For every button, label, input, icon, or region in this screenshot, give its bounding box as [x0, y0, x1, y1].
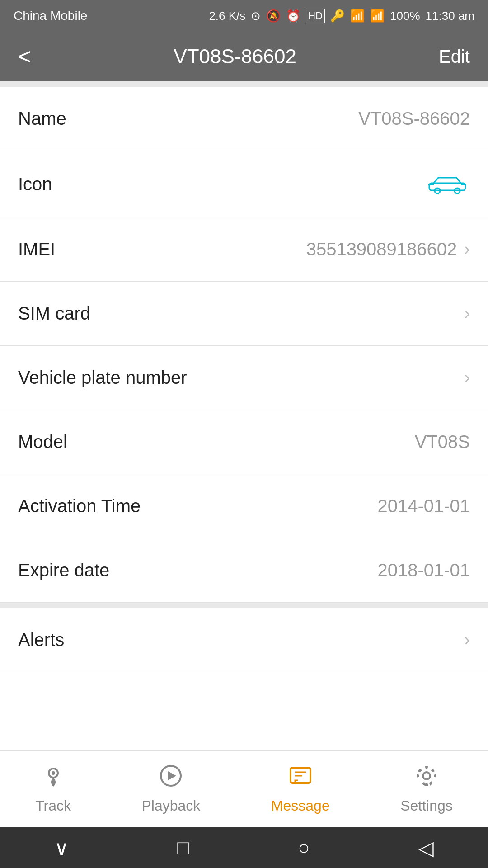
signal-icon: 📶	[370, 9, 385, 23]
message-label: Message	[271, 797, 330, 814]
tab-bar: Track Playback Message	[0, 750, 488, 827]
row-activation-time-label: Activation Time	[18, 496, 141, 516]
tab-track[interactable]: Track	[35, 764, 71, 814]
message-icon	[289, 764, 312, 793]
row-vehicle-plate[interactable]: Vehicle plate number ›	[0, 346, 488, 410]
carrier-text: China Mobile	[14, 9, 87, 23]
playback-label: Playback	[142, 797, 201, 814]
time-text: 11:30 am	[426, 9, 474, 23]
settings-label: Settings	[400, 797, 453, 814]
tab-playback[interactable]: Playback	[142, 764, 201, 814]
nav-square-icon[interactable]: □	[177, 836, 189, 859]
row-expire-date-label: Expire date	[18, 560, 109, 580]
nav-circle-icon[interactable]: ○	[298, 836, 310, 859]
row-imei[interactable]: IMEI 355139089186602 ›	[0, 217, 488, 282]
row-expire-date: Expire date 2018-01-01	[0, 538, 488, 603]
row-model-value: VT08S	[415, 432, 470, 452]
row-activation-time: Activation Time 2014-01-01	[0, 474, 488, 538]
status-icons: 2.6 K/s ⊙ 🔕 ⏰ HD 🔑 📶 📶 100% 11:30 am	[209, 9, 474, 23]
svg-point-6	[52, 771, 55, 775]
back-button[interactable]: <	[18, 43, 31, 70]
tab-settings[interactable]: Settings	[400, 764, 453, 814]
speed-indicator: 2.6 K/s	[209, 9, 245, 23]
battery-text: 100%	[390, 9, 420, 23]
imei-chevron-icon: ›	[464, 240, 470, 259]
row-imei-value: 355139089186602 ›	[306, 239, 470, 259]
page-title: VT08S-86602	[174, 45, 296, 68]
row-name: Name VT08S-86602	[0, 87, 488, 151]
header: < VT08S-86602 Edit	[0, 32, 488, 81]
row-icon: Icon	[0, 151, 488, 217]
row-simcard-label: SIM card	[18, 303, 90, 324]
row-simcard[interactable]: SIM card ›	[0, 282, 488, 346]
android-nav-bar: ∨ □ ○ ◁	[0, 827, 488, 868]
car-icon	[425, 173, 470, 195]
row-activation-time-value: 2014-01-01	[377, 496, 470, 516]
row-expire-date-value: 2018-01-01	[377, 560, 470, 580]
simcard-chevron-icon: ›	[464, 304, 470, 323]
row-alerts[interactable]: Alerts ›	[0, 608, 488, 672]
playback-icon	[159, 764, 183, 793]
row-simcard-value: ›	[464, 304, 470, 323]
hd-icon: HD	[306, 9, 325, 23]
key-icon: 🔑	[330, 9, 345, 23]
location-icon: ⊙	[251, 9, 261, 23]
track-label: Track	[35, 797, 71, 814]
vehicle-plate-chevron-icon: ›	[464, 368, 470, 387]
row-alerts-value: ›	[464, 630, 470, 650]
alerts-chevron-icon: ›	[464, 630, 470, 650]
svg-point-12	[423, 772, 430, 779]
content-area: Name VT08S-86602 Icon IMEI 3551390891866…	[0, 87, 488, 750]
row-model-label: Model	[18, 432, 67, 452]
row-name-value: VT08S-86602	[358, 108, 470, 129]
nav-back-icon[interactable]: ◁	[418, 836, 434, 859]
svg-marker-8	[168, 771, 176, 780]
wifi-icon: 📶	[350, 9, 365, 23]
settings-icon	[415, 764, 438, 793]
track-icon	[42, 764, 65, 793]
status-bar: China Mobile 2.6 K/s ⊙ 🔕 ⏰ HD 🔑 📶 📶 100%…	[0, 0, 488, 32]
mute-icon: 🔕	[266, 9, 281, 23]
edit-button[interactable]: Edit	[439, 47, 470, 67]
alarm-icon: ⏰	[286, 9, 300, 23]
row-imei-label: IMEI	[18, 239, 55, 259]
header-divider	[0, 81, 488, 87]
nav-down-icon[interactable]: ∨	[54, 836, 69, 859]
row-name-label: Name	[18, 108, 66, 129]
tab-message[interactable]: Message	[271, 764, 330, 814]
row-model: Model VT08S	[0, 410, 488, 474]
row-icon-label: Icon	[18, 174, 52, 194]
row-alerts-label: Alerts	[18, 630, 64, 650]
row-vehicle-plate-label: Vehicle plate number	[18, 368, 187, 388]
section-divider	[0, 603, 488, 608]
row-vehicle-plate-value: ›	[464, 368, 470, 387]
